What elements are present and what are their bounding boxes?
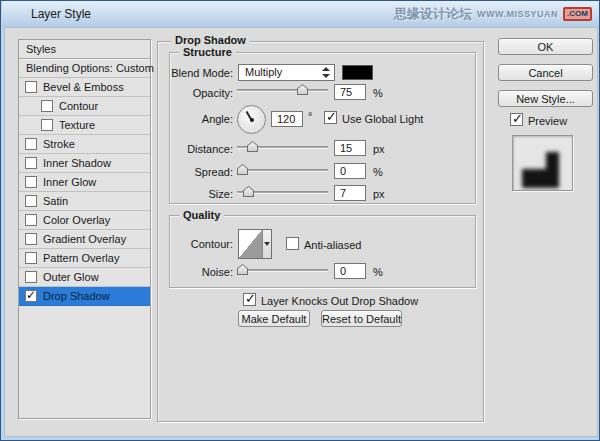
angle-label: Angle: (141, 113, 233, 125)
angle-unit: ° (308, 110, 312, 122)
contour-thumbnail-icon (239, 230, 262, 258)
style-checkbox[interactable] (25, 271, 37, 283)
styles-list-item[interactable]: Drop Shadow (19, 287, 150, 306)
style-checkbox[interactable] (25, 252, 37, 264)
style-label: Outer Glow (43, 271, 99, 283)
distance-label: Distance: (141, 143, 233, 155)
style-label: Gradient Overlay (43, 233, 126, 245)
styles-list-item[interactable]: Styles (19, 40, 150, 59)
opacity-input[interactable]: 75 (334, 84, 366, 100)
cancel-button[interactable]: Cancel (498, 64, 593, 81)
distance-slider[interactable] (237, 141, 328, 153)
style-label: Inner Glow (43, 176, 96, 188)
noise-slider-thumb[interactable] (237, 264, 248, 275)
noise-slider[interactable] (237, 264, 328, 276)
style-label: Pattern Overlay (43, 252, 119, 264)
spread-slider[interactable] (237, 164, 328, 176)
drop-shadow-preview-shape (513, 136, 572, 190)
layer-knocks-out-label: Layer Knocks Out Drop Shadow (261, 295, 418, 307)
spread-input[interactable]: 0 (334, 163, 366, 179)
opacity-unit: % (373, 87, 383, 99)
style-label: Texture (59, 119, 95, 131)
layer-knocks-out-checkbox[interactable] (243, 293, 256, 306)
distance-unit: px (373, 143, 385, 155)
size-slider[interactable] (237, 186, 328, 198)
noise-slider-track[interactable] (237, 269, 328, 272)
layer-style-dialog: Layer Style 思缘设计论坛 WWW.MISSYUAN .COM Sty… (0, 0, 600, 441)
updown-arrows-icon (319, 66, 331, 79)
style-checkbox[interactable] (25, 138, 37, 150)
styles-list-item[interactable]: Bevel & Emboss (19, 78, 150, 97)
opacity-slider-track[interactable] (237, 89, 328, 92)
make-default-button[interactable]: Make Default (238, 310, 310, 327)
use-global-light-checkbox[interactable] (324, 111, 337, 124)
styles-list-item[interactable]: Satin (19, 192, 150, 211)
title-bar[interactable]: Layer Style 思缘设计论坛 WWW.MISSYUAN .COM (2, 1, 599, 27)
styles-list-item[interactable]: Color Overlay (19, 211, 150, 230)
styles-list-item[interactable]: Blending Options: Custom (19, 59, 150, 78)
style-checkbox[interactable] (25, 157, 37, 169)
window-title: Layer Style (31, 7, 91, 21)
ok-button[interactable]: OK (498, 38, 593, 55)
shadow-color-swatch[interactable] (342, 65, 373, 80)
spread-unit: % (373, 166, 383, 178)
style-checkbox[interactable] (25, 233, 37, 245)
blend-mode-select[interactable]: Multiply (238, 64, 335, 81)
anti-aliased-label: Anti-aliased (304, 239, 361, 251)
use-global-light-label: Use Global Light (342, 113, 423, 125)
noise-unit: % (373, 266, 383, 278)
noise-label: Noise: (141, 266, 233, 278)
style-checkbox[interactable] (25, 290, 37, 302)
styles-list-item[interactable]: Pattern Overlay (19, 249, 150, 268)
spread-slider-track[interactable] (237, 169, 328, 172)
style-label: Contour (59, 100, 98, 112)
styles-list-item[interactable]: Outer Glow (19, 268, 150, 287)
quality-legend: Quality (179, 209, 224, 221)
styles-list-item[interactable]: Stroke (19, 135, 150, 154)
style-label: Inner Shadow (43, 157, 111, 169)
style-checkbox[interactable] (25, 195, 37, 207)
opacity-slider-thumb[interactable] (297, 84, 308, 95)
spread-slider-thumb[interactable] (237, 164, 248, 175)
contour-picker[interactable] (238, 229, 272, 259)
anti-aliased-checkbox[interactable] (286, 237, 299, 250)
size-input[interactable]: 7 (334, 185, 366, 201)
watermark: 思缘设计论坛 WWW.MISSYUAN .COM (394, 5, 592, 23)
opacity-slider[interactable] (237, 84, 328, 96)
styles-list-item[interactable]: Contour (19, 97, 150, 116)
blend-mode-label: Blend Mode: (141, 67, 233, 79)
spread-label: Spread: (141, 166, 233, 178)
style-checkbox[interactable] (25, 176, 37, 188)
angle-input[interactable]: 120 (271, 111, 303, 127)
watermark-forum-name: 思缘设计论坛 (394, 5, 472, 23)
size-slider-thumb[interactable] (243, 186, 254, 197)
styles-list-item[interactable]: Inner Glow (19, 173, 150, 192)
blend-mode-value: Multiply (245, 66, 282, 78)
style-label: Satin (43, 195, 68, 207)
contour-label: Contour: (141, 238, 233, 250)
style-checkbox[interactable] (25, 81, 37, 93)
style-label: Blending Options: Custom (26, 62, 154, 74)
styles-list-item[interactable]: Inner Shadow (19, 154, 150, 173)
style-checkbox[interactable] (41, 100, 53, 112)
watermark-badge: .COM (563, 7, 592, 21)
style-label: Color Overlay (43, 214, 110, 226)
noise-input[interactable]: 0 (334, 263, 366, 279)
styles-list-item[interactable]: Texture (19, 116, 150, 135)
new-style-button[interactable]: New Style... (498, 90, 593, 107)
styles-list: Styles Blending Options: Custom Bevel & … (18, 39, 151, 419)
angle-dial[interactable] (237, 105, 266, 134)
opacity-label: Opacity: (141, 87, 233, 99)
reset-to-default-button[interactable]: Reset to Default (321, 310, 402, 327)
distance-input[interactable]: 15 (334, 140, 366, 156)
style-label: Stroke (43, 138, 75, 150)
contour-dropdown-arrow-icon[interactable] (262, 230, 271, 258)
styles-list-item[interactable]: Gradient Overlay (19, 230, 150, 249)
style-label: Bevel & Emboss (43, 81, 124, 93)
preview-checkbox[interactable] (510, 113, 523, 126)
style-checkbox[interactable] (25, 214, 37, 226)
distance-slider-thumb[interactable] (247, 141, 258, 152)
style-checkbox[interactable] (41, 119, 53, 131)
size-unit: px (373, 188, 385, 200)
panel-legend: Drop Shadow (171, 34, 250, 46)
